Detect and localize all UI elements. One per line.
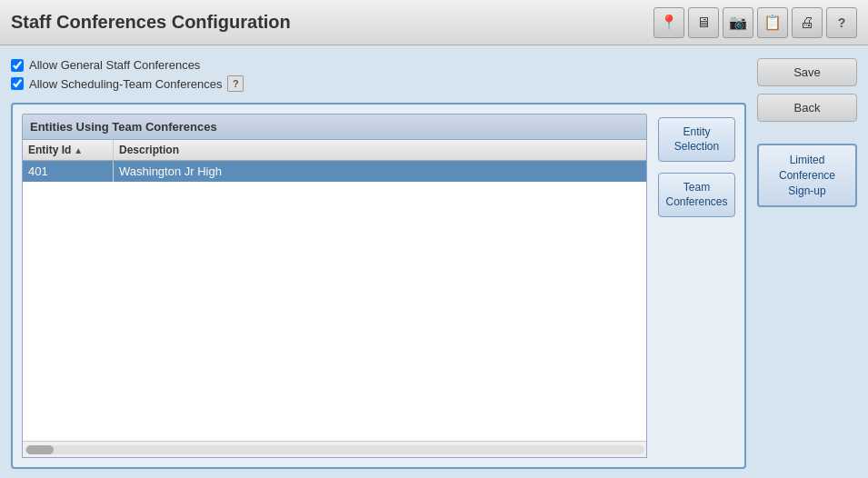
- entity-id-cell: 401: [23, 161, 114, 182]
- help-toolbar-button[interactable]: ?: [826, 7, 857, 38]
- left-panel: Allow General Staff Conferences Allow Sc…: [11, 55, 746, 469]
- page-title: Staff Conferences Configuration: [11, 12, 291, 33]
- entity-action-buttons: EntitySelection TeamConferences: [658, 114, 735, 458]
- horizontal-scrollbar[interactable]: [23, 441, 646, 457]
- table-header: Entity Id ▲ Description: [23, 140, 646, 161]
- team-conferences-button[interactable]: TeamConferences: [658, 173, 735, 217]
- monitor-button[interactable]: 🖥: [688, 7, 719, 38]
- entity-table-section: Entities Using Team Conferences Entity I…: [22, 114, 647, 458]
- scroll-track: [25, 445, 644, 454]
- table-body[interactable]: 401 Washington Jr High: [23, 161, 646, 441]
- team-conferences-checkbox-row[interactable]: Allow Scheduling-Team Conferences ?: [11, 75, 746, 92]
- header-bar: Staff Conferences Configuration 📍 🖥 📷 📋 …: [0, 0, 868, 45]
- allow-general-conferences-checkbox[interactable]: [11, 59, 24, 72]
- team-conferences-label: Allow Scheduling-Team Conferences: [29, 77, 222, 91]
- entity-panel: Entities Using Team Conferences Entity I…: [11, 103, 746, 469]
- camera-button[interactable]: 📷: [723, 7, 753, 38]
- sort-asc-icon: ▲: [74, 145, 83, 155]
- limited-conference-signup-button[interactable]: LimitedConferenceSign-up: [757, 144, 857, 207]
- main-content: Allow General Staff Conferences Allow Sc…: [0, 45, 868, 478]
- col-spacer: [630, 140, 646, 160]
- description-cell: Washington Jr High: [114, 161, 646, 182]
- entity-table-container: Entity Id ▲ Description 401: [22, 140, 647, 458]
- entity-id-header-label: Entity Id: [28, 144, 71, 156]
- entity-selection-button[interactable]: EntitySelection: [658, 117, 735, 162]
- team-conferences-help-icon[interactable]: ?: [227, 75, 244, 92]
- entity-id-column-header[interactable]: Entity Id ▲: [23, 140, 114, 160]
- entity-table-title: Entities Using Team Conferences: [22, 114, 647, 140]
- save-button[interactable]: Save: [757, 58, 857, 86]
- right-panel: Save Back LimitedConferenceSign-up: [757, 55, 857, 469]
- checkbox-area: Allow General Staff Conferences Allow Sc…: [11, 55, 746, 95]
- scroll-thumb: [26, 445, 54, 454]
- back-button[interactable]: Back: [757, 94, 857, 122]
- pin-button[interactable]: 📍: [653, 7, 684, 38]
- allow-team-conferences-checkbox[interactable]: [11, 77, 24, 90]
- toolbar: 📍 🖥 📷 📋 🖨 ?: [653, 7, 857, 38]
- general-conferences-checkbox-row[interactable]: Allow General Staff Conferences: [11, 58, 746, 72]
- general-conferences-label: Allow General Staff Conferences: [29, 58, 200, 72]
- copy-button[interactable]: 📋: [757, 7, 788, 38]
- table-row[interactable]: 401 Washington Jr High: [23, 161, 646, 182]
- description-column-header[interactable]: Description: [114, 140, 630, 160]
- entity-inner: Entities Using Team Conferences Entity I…: [22, 114, 735, 458]
- description-header-label: Description: [119, 144, 179, 156]
- print-button[interactable]: 🖨: [792, 7, 823, 38]
